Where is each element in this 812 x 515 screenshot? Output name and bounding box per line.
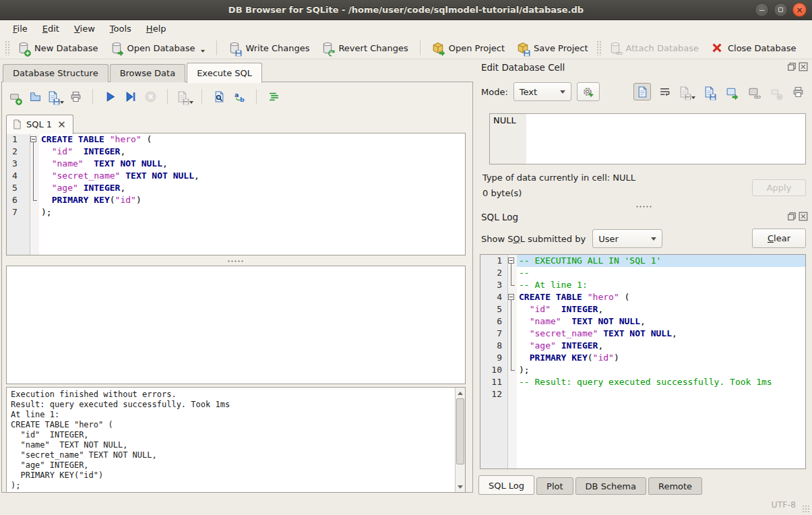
tab-execute-sql[interactable]: Execute SQL <box>187 63 262 83</box>
export-cell-button[interactable] <box>722 83 740 100</box>
fold-margin[interactable] <box>507 315 517 328</box>
titlebar[interactable]: DB Browser for SQLite - /home/user/code/… <box>0 0 812 20</box>
new-tab-button[interactable] <box>6 88 24 105</box>
save-cell-button[interactable] <box>700 83 718 100</box>
fold-margin[interactable] <box>507 352 517 364</box>
fold-margin[interactable] <box>30 194 39 206</box>
fold-margin[interactable] <box>507 267 517 279</box>
tab-browse-data[interactable]: Browse Data <box>110 64 186 82</box>
chevron-down-icon <box>560 90 565 94</box>
scrollbar-thumb[interactable] <box>456 398 464 464</box>
scroll-up-icon[interactable] <box>456 388 465 398</box>
fold-margin[interactable] <box>507 303 517 315</box>
close-window-icon[interactable]: × <box>792 3 807 17</box>
execute-all-button[interactable] <box>101 88 119 105</box>
fold-margin[interactable] <box>507 255 517 267</box>
find-button[interactable] <box>210 88 228 105</box>
tab-close-icon[interactable]: ✕ <box>57 121 66 129</box>
fold-marker-icon[interactable] <box>508 294 514 300</box>
results-pane[interactable] <box>6 266 466 384</box>
menu-tools[interactable]: Tools <box>104 22 137 36</box>
fold-margin[interactable] <box>30 170 39 182</box>
line-number: 12 <box>480 388 507 400</box>
resize-grip[interactable] <box>802 505 811 514</box>
toolbar-close-database-button[interactable]: Close Database <box>705 38 803 57</box>
toolbar-handle[interactable] <box>596 40 601 55</box>
database-open-icon <box>111 42 123 54</box>
toolbar-button-label: Open Project <box>449 43 505 53</box>
toolbar-write-changes-button[interactable]: Write Changes <box>222 38 315 57</box>
fold-margin[interactable] <box>30 182 39 194</box>
tab-plot[interactable]: Plot <box>536 477 573 495</box>
sql-log-editor[interactable]: 1-- EXECUTING ALL IN 'SQL 1'2--3-- At li… <box>480 254 806 469</box>
fold-margin[interactable] <box>507 340 517 352</box>
fold-margin[interactable] <box>507 291 517 303</box>
scrollbar[interactable] <box>455 388 465 492</box>
open-cell-button <box>678 83 695 100</box>
menu-edit[interactable]: Edit <box>36 22 65 36</box>
tab-remote[interactable]: Remote <box>648 477 702 495</box>
fold-margin[interactable] <box>507 376 517 388</box>
sql-log-dock-buttons <box>787 212 808 221</box>
sql-log-title: SQL Log <box>481 212 518 222</box>
fold-marker-icon[interactable] <box>30 136 36 142</box>
word-wrap-button[interactable] <box>656 83 673 100</box>
menu-file[interactable]: File <box>7 22 34 36</box>
save-sql-file-button[interactable] <box>46 88 64 105</box>
fold-margin[interactable] <box>30 133 39 146</box>
results-splitter[interactable] <box>6 257 466 266</box>
execute-line-button[interactable] <box>121 88 139 105</box>
fold-margin[interactable] <box>507 279 517 291</box>
open-sql-file-button[interactable] <box>26 88 44 105</box>
toolbar-new-database-button[interactable]: New Database <box>11 38 104 57</box>
sql1-tab[interactable]: SQL 1 ✕ <box>6 115 73 134</box>
toolbar-handle[interactable] <box>5 40 9 55</box>
menu-view[interactable]: View <box>68 22 101 36</box>
text-document-button[interactable] <box>633 83 651 100</box>
fold-line-end <box>511 370 515 371</box>
toolbar-revert-changes-button[interactable]: Revert Changes <box>315 38 414 57</box>
cell-value-editor[interactable]: NULL <box>489 113 806 164</box>
mode-select[interactable]: Text <box>513 82 571 101</box>
clear-button[interactable]: Clear <box>752 229 806 248</box>
fold-marker-icon[interactable] <box>508 258 514 264</box>
toolbar-button-label: New Database <box>34 43 98 53</box>
fold-line <box>33 170 34 182</box>
submitter-select[interactable]: User <box>592 229 662 248</box>
main-toolbar: New DatabaseOpen DatabaseWrite ChangesRe… <box>0 37 812 59</box>
fold-line <box>511 303 511 315</box>
fold-margin[interactable] <box>30 146 39 158</box>
fold-margin[interactable] <box>30 206 39 218</box>
scroll-down-icon[interactable] <box>456 482 465 491</box>
dock-splitter[interactable] <box>476 202 812 210</box>
tab-db-schema[interactable]: DB Schema <box>575 477 646 495</box>
toolbar-open-project-button[interactable]: Open Project <box>426 38 511 57</box>
right-dock: Edit Database Cell Mode: Text NULL Type … <box>476 59 812 495</box>
fold-margin[interactable] <box>507 388 517 400</box>
float-panel-icon[interactable] <box>787 62 797 71</box>
maximize-icon[interactable] <box>774 3 788 17</box>
toolbar-open-database-button[interactable]: Open Database <box>104 38 212 57</box>
close-panel-icon[interactable] <box>799 212 808 221</box>
bottom-tab-bar: SQL LogPlotDB SchemaRemote <box>478 475 702 495</box>
menu-help[interactable]: Help <box>140 22 173 36</box>
sql-code-editor[interactable]: 1CREATE TABLE "hero" (2 "id" INTEGER,3 "… <box>6 133 466 255</box>
tab-sql-log[interactable]: SQL Log <box>478 475 534 495</box>
fold-margin[interactable] <box>507 328 517 340</box>
print-cell-button[interactable] <box>789 83 807 100</box>
print-button[interactable] <box>67 88 84 105</box>
tab-database-structure[interactable]: Database Structure <box>3 64 108 82</box>
link-cell-button[interactable] <box>745 83 762 100</box>
toolbar-save-project-button[interactable]: Save Project <box>511 38 594 57</box>
close-panel-icon[interactable] <box>799 62 808 71</box>
fold-margin[interactable] <box>507 364 517 376</box>
execution-log-pane[interactable]: Execution finished without errors.Result… <box>6 387 466 493</box>
replace-button[interactable]: ab <box>230 88 248 105</box>
float-panel-icon[interactable] <box>787 212 797 221</box>
fold-margin[interactable] <box>30 158 39 170</box>
minimize-icon[interactable]: − <box>755 3 769 17</box>
log-line: Execution finished without errors. <box>11 390 453 400</box>
code-text: -- At line 1: <box>517 279 805 291</box>
auto-switch-mode-button[interactable] <box>577 82 600 101</box>
format-button[interactable] <box>265 88 282 105</box>
